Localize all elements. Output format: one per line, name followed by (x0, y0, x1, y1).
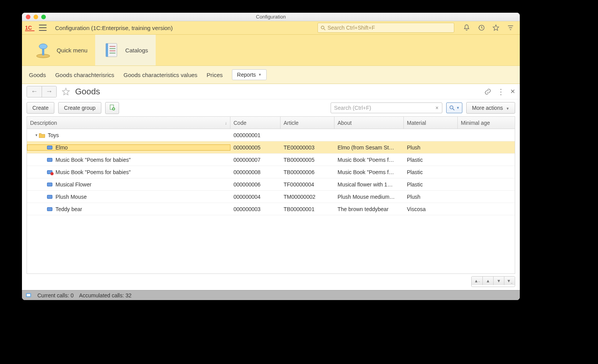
nav-back-button[interactable]: ← (27, 86, 42, 97)
table-group-row[interactable]: ▾Toys000000001 (27, 129, 515, 141)
table-row[interactable]: Musical Flower000000006TF00000004Musical… (27, 178, 515, 191)
table-cell: TB00000006 (281, 169, 334, 175)
table-cell: The brown teddybear (334, 206, 404, 212)
nav-forward-button[interactable]: → (42, 86, 56, 97)
row-description: Plush Mouse (55, 194, 87, 200)
table-row[interactable]: Plush Mouse000000004TM00000002Plush Mous… (27, 191, 515, 203)
subnav-prices[interactable]: Prices (207, 72, 223, 78)
app-header: 1С Configuration (1C:Enterprise, trainin… (22, 21, 520, 35)
table-cell: 000000005 (230, 144, 281, 151)
table-cell: Music Book "Poems for babies" (27, 169, 230, 175)
document-add-icon (109, 104, 116, 111)
table-cell: 000000001 (230, 132, 281, 138)
col-about[interactable]: About (334, 117, 404, 129)
performance-icon[interactable] (25, 292, 32, 299)
subnav-goods[interactable]: Goods (29, 72, 46, 78)
table-cell: Musical Flower (27, 181, 230, 188)
table-header: Description↓ Code Article About Material… (27, 117, 515, 129)
col-minimal-age[interactable]: Minimal age (458, 117, 515, 129)
section-label: Catalogs (125, 47, 148, 54)
table-cell: Elmo (from Sesam St… (334, 144, 404, 151)
item-icon (47, 170, 52, 174)
table-cell: 000000007 (230, 157, 281, 163)
table-cell: TB00000005 (281, 157, 334, 163)
table-row[interactable]: Teddy bear000000003TB00000001The brown t… (27, 203, 515, 215)
table-cell: Music Book "Poems f… (334, 169, 404, 175)
table-row[interactable]: Music Book "Poems for babies"000000008TB… (27, 166, 515, 178)
table-row[interactable]: Music Book "Poems for babies"000000007TB… (27, 154, 515, 166)
create-button[interactable]: Create (27, 102, 54, 114)
list-search-input[interactable] (333, 104, 434, 111)
scroll-top-button[interactable]: ▲_ (472, 277, 482, 285)
more-actions-label: More actions (472, 105, 503, 111)
close-form-button[interactable]: ✕ (510, 88, 515, 95)
list-search[interactable]: × (331, 102, 442, 113)
global-search[interactable] (317, 23, 454, 33)
svg-point-2 (321, 26, 324, 29)
table-cell: Music Book "Poems f… (334, 157, 404, 163)
bell-icon[interactable] (463, 24, 470, 32)
clear-search-button[interactable]: × (434, 105, 440, 111)
svg-line-3 (324, 29, 325, 30)
col-code[interactable]: Code (230, 117, 281, 129)
filter-icon[interactable] (507, 24, 514, 32)
more-actions-button[interactable]: More actions ▼ (466, 102, 515, 114)
history-icon[interactable] (477, 24, 485, 32)
row-description: Musical Flower (55, 181, 91, 188)
table-cell: 000000008 (230, 169, 281, 175)
search-options-button[interactable]: ▼ (446, 102, 462, 113)
favorite-star-icon[interactable] (61, 87, 71, 96)
create-group-button[interactable]: Create group (58, 102, 101, 114)
subnav-goods-characteristics-values[interactable]: Goods characteristics values (124, 72, 198, 78)
reports-dropdown[interactable]: Reports ▼ (232, 69, 267, 80)
main-menu-button[interactable] (39, 25, 47, 31)
col-article[interactable]: Article (281, 117, 334, 129)
table-row[interactable]: Elmo000000005TE00000003Elmo (from Sesam … (27, 141, 515, 154)
section-bar: Quick menu Catalogs (22, 35, 520, 65)
table-cell: Viscosa (404, 206, 458, 212)
table-cell: TE00000003 (281, 144, 334, 151)
goods-table: Description↓ Code Article About Material… (27, 116, 515, 274)
scroll-down-button[interactable]: ▼ (493, 277, 504, 285)
table-body[interactable]: ▾Toys000000001Elmo000000005TE00000003Elm… (27, 129, 515, 273)
table-cell: Musical flower with 1… (334, 181, 404, 188)
row-description: Music Book "Poems for babies" (55, 157, 131, 163)
catalogs-icon (103, 41, 121, 59)
table-cell: TF00000004 (281, 181, 334, 188)
scroll-bottom-button[interactable]: ▼_ (504, 277, 515, 285)
status-bar: Current calls: 0 Accumulated calls: 32 (22, 290, 520, 300)
form-header: ← → Goods ⋮ ✕ (22, 84, 520, 99)
search-icon (320, 25, 326, 31)
global-search-input[interactable] (326, 24, 452, 31)
item-icon (47, 195, 52, 199)
quick-menu-icon (34, 41, 52, 59)
chevron-down-icon: ▼ (506, 107, 509, 111)
create-from-button[interactable] (105, 102, 119, 114)
section-label: Quick menu (57, 47, 87, 54)
kebab-menu-icon[interactable]: ⋮ (497, 87, 505, 96)
table-cell: Plush Mouse (27, 194, 230, 200)
group-description: Toys (48, 132, 59, 138)
row-description: Elmo (55, 144, 68, 151)
section-catalogs[interactable]: Catalogs (95, 35, 156, 65)
col-description[interactable]: Description↓ (27, 117, 230, 129)
col-material[interactable]: Material (404, 117, 458, 129)
link-icon[interactable] (484, 88, 492, 96)
row-description: Teddy bear (55, 206, 82, 212)
svg-point-21 (450, 106, 453, 109)
subnav-goods-characteristics[interactable]: Goods charachterisrics (55, 72, 114, 78)
table-cell: Teddy bear (27, 206, 230, 212)
accumulated-calls-label: Accumulated calls: 32 (79, 292, 131, 299)
table-cell: ▾Toys (27, 132, 230, 138)
item-icon (47, 207, 52, 211)
table-nav-buttons: ▲_ ▲ ▼ ▼_ (27, 276, 515, 287)
svg-line-22 (453, 109, 454, 110)
section-quick-menu[interactable]: Quick menu (27, 35, 95, 65)
table-cell: Plastic (404, 181, 458, 188)
star-icon[interactable] (492, 24, 500, 32)
table-cell: TB00000001 (281, 206, 334, 212)
expand-icon[interactable]: ▾ (34, 133, 39, 137)
command-bar: Create Create group × ▼ More actions ▼ (22, 99, 520, 116)
scroll-up-button[interactable]: ▲ (482, 277, 493, 285)
subnav: Goods Goods charachterisrics Goods chara… (22, 65, 520, 84)
